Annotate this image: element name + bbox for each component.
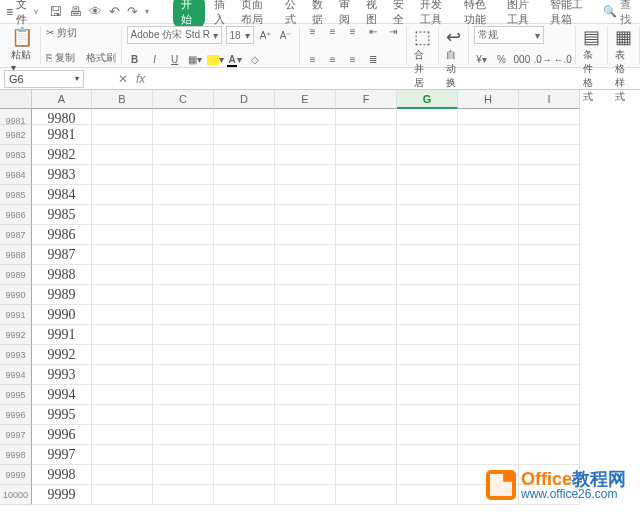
- cell[interactable]: [214, 285, 275, 305]
- comma-button[interactable]: 000: [514, 54, 530, 65]
- cell[interactable]: [519, 145, 580, 165]
- column-header-a[interactable]: A: [32, 90, 92, 109]
- dec-decimal-button[interactable]: ←.0: [554, 54, 570, 65]
- cell[interactable]: 9982: [32, 145, 92, 165]
- cell[interactable]: [336, 365, 397, 385]
- cell[interactable]: [397, 125, 458, 145]
- cell[interactable]: [397, 245, 458, 265]
- cell[interactable]: [397, 365, 458, 385]
- cell[interactable]: [275, 445, 336, 465]
- cell[interactable]: [153, 405, 214, 425]
- row-header[interactable]: 9994: [0, 365, 32, 385]
- cell[interactable]: [519, 405, 580, 425]
- cell[interactable]: [92, 405, 153, 425]
- cell[interactable]: [397, 265, 458, 285]
- cell[interactable]: [275, 465, 336, 485]
- cell[interactable]: [92, 485, 153, 505]
- cell[interactable]: [458, 185, 519, 205]
- cell[interactable]: [92, 365, 153, 385]
- cell[interactable]: [519, 445, 580, 465]
- cell[interactable]: [519, 245, 580, 265]
- cell[interactable]: [92, 465, 153, 485]
- cell[interactable]: [397, 225, 458, 245]
- cell[interactable]: [92, 325, 153, 345]
- cell[interactable]: [92, 265, 153, 285]
- cell[interactable]: [153, 425, 214, 445]
- cell[interactable]: [275, 405, 336, 425]
- cell[interactable]: 9987: [32, 245, 92, 265]
- cell[interactable]: 9983: [32, 165, 92, 185]
- cell[interactable]: [92, 345, 153, 365]
- cell[interactable]: [275, 345, 336, 365]
- tab-developer[interactable]: 开发工具: [418, 0, 454, 29]
- justify-button[interactable]: ≣: [365, 54, 381, 65]
- preview-icon[interactable]: 👁: [89, 4, 102, 19]
- cell[interactable]: [214, 265, 275, 285]
- cut-button[interactable]: ✂ 剪切: [46, 26, 77, 40]
- column-header-g[interactable]: G: [397, 90, 458, 109]
- cell[interactable]: [275, 425, 336, 445]
- qat-dropdown-icon[interactable]: ▾: [145, 7, 149, 16]
- cell[interactable]: [92, 245, 153, 265]
- cell[interactable]: [458, 405, 519, 425]
- wrap-button[interactable]: ↩自动换行: [444, 26, 463, 65]
- cell[interactable]: [153, 245, 214, 265]
- cell[interactable]: [92, 305, 153, 325]
- clear-format-button[interactable]: ◇: [247, 54, 263, 65]
- column-header-b[interactable]: B: [92, 90, 153, 109]
- cell[interactable]: [519, 305, 580, 325]
- cell[interactable]: 9989: [32, 285, 92, 305]
- cell[interactable]: [519, 165, 580, 185]
- cell[interactable]: [397, 425, 458, 445]
- cell[interactable]: [275, 385, 336, 405]
- cell[interactable]: [275, 485, 336, 505]
- cell[interactable]: [336, 205, 397, 225]
- number-format-select[interactable]: 常规▾: [474, 26, 544, 44]
- fx-icon[interactable]: fx: [136, 72, 145, 86]
- align-top-button[interactable]: ≡: [305, 26, 321, 37]
- cell[interactable]: [458, 145, 519, 165]
- cell[interactable]: [397, 165, 458, 185]
- cell[interactable]: 9986: [32, 225, 92, 245]
- row-header[interactable]: 9988: [0, 245, 32, 265]
- indent-left-button[interactable]: ⇤: [365, 26, 381, 37]
- cell[interactable]: [397, 109, 458, 125]
- tab-pagelayout[interactable]: 页面布局: [239, 0, 275, 29]
- row-header[interactable]: 9982: [0, 125, 32, 145]
- select-all-corner[interactable]: [0, 90, 32, 109]
- align-bottom-button[interactable]: ≡: [345, 26, 361, 37]
- cell[interactable]: [92, 445, 153, 465]
- tab-special[interactable]: 特色功能: [462, 0, 498, 29]
- currency-button[interactable]: ¥▾: [474, 54, 490, 65]
- cell[interactable]: [397, 465, 458, 485]
- cell[interactable]: 9993: [32, 365, 92, 385]
- increase-font-button[interactable]: A⁺: [258, 30, 274, 41]
- cell[interactable]: [336, 385, 397, 405]
- cell[interactable]: [519, 365, 580, 385]
- cell[interactable]: [214, 165, 275, 185]
- cell[interactable]: [214, 305, 275, 325]
- row-header[interactable]: 9989: [0, 265, 32, 285]
- cell[interactable]: [92, 165, 153, 185]
- cell[interactable]: [92, 385, 153, 405]
- cell[interactable]: [397, 325, 458, 345]
- cell[interactable]: [153, 265, 214, 285]
- cell[interactable]: [519, 225, 580, 245]
- cell[interactable]: [336, 285, 397, 305]
- cancel-formula-icon[interactable]: ✕: [118, 72, 128, 86]
- cell[interactable]: [153, 305, 214, 325]
- cell[interactable]: [275, 185, 336, 205]
- redo-icon[interactable]: ↷: [127, 4, 138, 19]
- cell[interactable]: [519, 345, 580, 365]
- tab-view[interactable]: 视图: [364, 0, 384, 29]
- cell[interactable]: [153, 385, 214, 405]
- cell[interactable]: [458, 125, 519, 145]
- tab-formula[interactable]: 公式: [283, 0, 303, 29]
- cell[interactable]: [336, 165, 397, 185]
- cell[interactable]: [214, 385, 275, 405]
- cell[interactable]: [397, 445, 458, 465]
- cell[interactable]: [458, 325, 519, 345]
- cell[interactable]: [336, 245, 397, 265]
- cell[interactable]: [397, 285, 458, 305]
- font-color-button[interactable]: A▾: [227, 54, 243, 65]
